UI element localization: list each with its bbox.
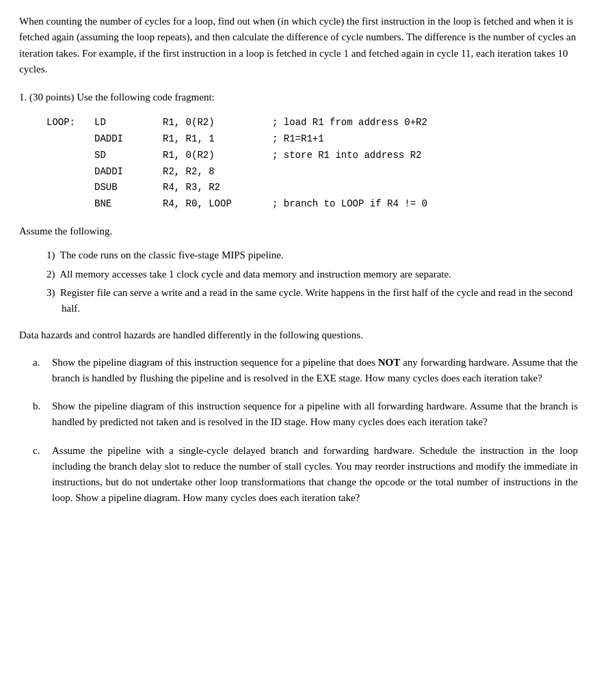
code-comment-sd: ; store R1 into address R2 (272, 148, 421, 164)
code-op-daddi2: DADDI (94, 164, 163, 180)
part-b-text: Show the pipeline diagram of this instru… (52, 401, 578, 427)
assumption-2: 2) All memory accesses take 1 clock cycl… (47, 267, 578, 282)
code-label-6 (47, 196, 94, 213)
part-b-content: Show the pipeline diagram of this instru… (52, 399, 578, 431)
assumption-3-num: 3) (47, 287, 60, 298)
assumption-2-num: 2) (47, 269, 59, 280)
assumption-3-text: Register file can serve a write and a re… (60, 287, 572, 314)
code-op-bne: BNE (94, 196, 163, 213)
code-label-5 (47, 180, 94, 196)
assumption-1-num: 1) (47, 250, 60, 260)
assumption-2-text: All memory accesses take 1 clock cycle a… (59, 269, 451, 280)
part-b: b. Show the pipeline diagram of this ins… (33, 399, 578, 431)
code-op-sd: SD (94, 148, 163, 164)
code-op-daddi1: DADDI (94, 131, 163, 148)
assumption-1-text: The code runs on the classic five-stage … (60, 250, 284, 260)
assumption-1: 1) The code runs on the classic five-sta… (47, 247, 578, 263)
code-line-2: DADDI R1, R1, 1 ; R1=R1+1 (47, 131, 578, 148)
part-a: a. Show the pipeline diagram of this ins… (33, 355, 578, 387)
part-a-content: Show the pipeline diagram of this instru… (52, 355, 578, 387)
intro-paragraph: When counting the number of cycles for a… (19, 14, 578, 77)
code-label-3 (47, 148, 94, 164)
code-line-4: DADDI R2, R2, 8 (47, 164, 578, 180)
code-comment-ld: ; load R1 from address 0+R2 (272, 115, 427, 131)
question-header: 1. (30 points) Use the following code fr… (19, 90, 578, 105)
code-args-bne: R4, R0, LOOP (163, 196, 272, 213)
code-args-ld: R1, 0(R2) (163, 115, 272, 131)
parts-list: a. Show the pipeline diagram of this ins… (33, 355, 578, 507)
part-a-text1: Show the pipeline diagram of this instru… (52, 357, 378, 368)
hazards-paragraph: Data hazards and control hazards are han… (19, 327, 578, 343)
code-line-1: LOOP: LD R1, 0(R2) ; load R1 from addres… (47, 115, 578, 131)
code-line-5: DSUB R4, R3, R2 (47, 180, 578, 196)
assume-header: Assume the following. (19, 224, 578, 239)
code-label-2 (47, 131, 94, 148)
part-c: c. Assume the pipeline with a single-cyc… (33, 443, 578, 507)
part-a-label: a. (33, 355, 52, 371)
code-args-dsub: R4, R3, R2 (163, 180, 272, 196)
part-b-label: b. (33, 399, 52, 414)
code-block: LOOP: LD R1, 0(R2) ; load R1 from addres… (47, 115, 578, 213)
code-comment-bne: ; branch to LOOP if R4 != 0 (272, 196, 427, 213)
assumptions-list: 1) The code runs on the classic five-sta… (47, 247, 578, 317)
code-op-ld: LD (94, 115, 163, 131)
code-label-4 (47, 164, 94, 180)
code-line-6: BNE R4, R0, LOOP ; branch to LOOP if R4 … (47, 196, 578, 213)
part-c-text: Assume the pipeline with a single-cycle … (52, 445, 578, 504)
code-args-sd: R1, 0(R2) (163, 148, 272, 164)
code-op-dsub: DSUB (94, 180, 163, 196)
code-args-daddi1: R1, R1, 1 (163, 131, 272, 148)
part-c-content: Assume the pipeline with a single-cycle … (52, 443, 578, 507)
part-a-bold: NOT (378, 357, 401, 368)
assumption-3: 3) Register file can serve a write and a… (47, 285, 578, 317)
code-args-daddi2: R2, R2, 8 (163, 164, 272, 180)
code-label-loop: LOOP: (47, 115, 94, 131)
code-line-3: SD R1, 0(R2) ; store R1 into address R2 (47, 148, 578, 164)
code-comment-daddi1: ; R1=R1+1 (272, 131, 324, 148)
part-c-label: c. (33, 443, 52, 459)
